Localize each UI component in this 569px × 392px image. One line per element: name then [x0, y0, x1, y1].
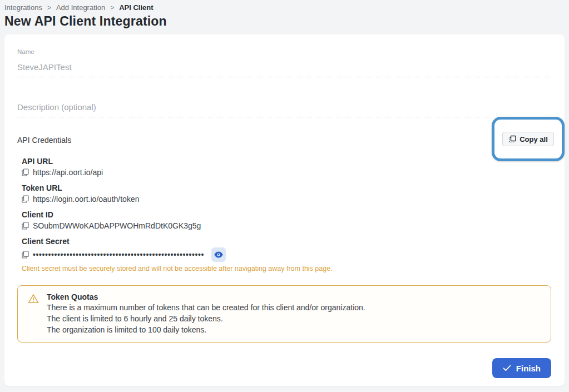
token-quotas-alert: Token Quotas There is a maximum number o…	[17, 285, 551, 343]
api-url-field: API URL https://api.oort.io/api	[22, 157, 551, 176]
finish-button-label: Finish	[516, 364, 541, 373]
name-field-label: Name	[17, 48, 551, 55]
token-quotas-line: The organization is limited to 100 daily…	[47, 324, 365, 335]
client-secret-warning-text: Client secret must be securely stored an…	[22, 265, 551, 272]
client-secret-field: Client Secret ••••••••••••••••••••••••••…	[22, 237, 551, 272]
finish-button[interactable]: Finish	[492, 358, 551, 378]
client-secret-label: Client Secret	[22, 237, 551, 245]
copy-all-highlight-annotation: Copy all	[492, 117, 565, 161]
breadcrumb: Integrations > Add Integration > API Cli…	[4, 3, 569, 12]
copy-icon[interactable]	[22, 251, 29, 259]
token-url-field: Token URL https://login.oort.io/oauth/to…	[22, 184, 551, 203]
name-input[interactable]	[17, 62, 551, 77]
api-url-label: API URL	[22, 157, 551, 165]
copy-icon[interactable]	[22, 195, 29, 203]
client-id-value: SOubmDWWoKADbAPPWOHmRdDtK0GK3g5g	[33, 222, 201, 230]
page-header: Integrations > Add Integration > API Cli…	[0, 0, 569, 29]
copy-icon[interactable]	[22, 222, 29, 230]
api-credentials-section-title: API Credentials	[17, 136, 71, 144]
check-icon	[503, 365, 511, 371]
token-url-value: https://login.oort.io/oauth/token	[33, 195, 139, 203]
chevron-right-icon: >	[47, 4, 51, 12]
breadcrumb-add-integration[interactable]: Add Integration	[56, 3, 105, 12]
client-secret-masked-value: ••••••••••••••••••••••••••••••••••••••••…	[33, 250, 204, 259]
token-quotas-line: There is a maximum number of tokens that…	[47, 302, 365, 313]
credential-fields: API URL https://api.oort.io/api Token UR…	[22, 157, 551, 272]
reveal-secret-button[interactable]	[211, 247, 226, 262]
copy-all-button[interactable]: Copy all	[502, 132, 554, 146]
integration-form-card: Name API Credentials Copy all API URL	[4, 34, 565, 386]
chevron-right-icon: >	[110, 4, 114, 12]
warning-triangle-icon	[28, 294, 39, 304]
client-id-field: Client ID SOubmDWWoKADbAPPWOHmRdDtK0GK3g…	[22, 211, 551, 230]
token-quotas-line: The client is limited to 6 hourly and 25…	[47, 313, 365, 324]
token-quotas-title: Token Quotas	[47, 292, 365, 302]
copy-icon	[508, 135, 516, 143]
api-url-value: https://api.oort.io/api	[33, 168, 103, 176]
client-id-label: Client ID	[22, 211, 551, 219]
token-url-label: Token URL	[22, 184, 551, 192]
eye-icon	[214, 251, 223, 258]
copy-all-label: Copy all	[519, 135, 548, 143]
description-input[interactable]	[17, 102, 551, 117]
breadcrumb-api-client: API Client	[119, 3, 153, 12]
page-title: New API Client Integration	[4, 14, 569, 29]
copy-icon[interactable]	[22, 168, 29, 176]
breadcrumb-integrations[interactable]: Integrations	[4, 3, 42, 12]
